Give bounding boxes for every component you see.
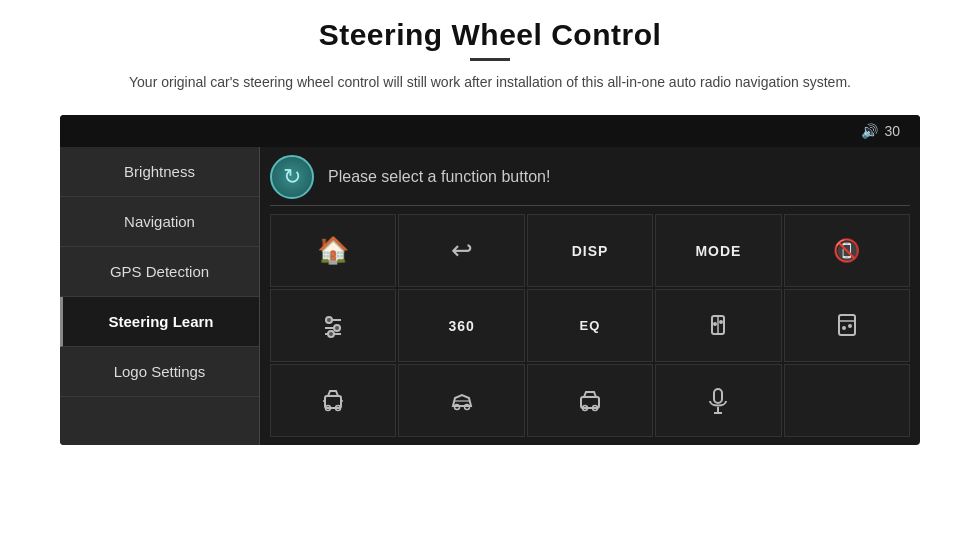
svg-rect-10 (839, 315, 855, 335)
main-content: ↻ Please select a function button! 🏠↩DIS… (260, 147, 920, 445)
button-grid: 🏠↩DISPMODE📵 360EQ (270, 214, 910, 437)
volume-value: 30 (884, 123, 900, 139)
volume-icon: 🔊 (861, 123, 878, 139)
svg-point-13 (848, 324, 852, 328)
drink2-btn[interactable] (784, 289, 910, 362)
device-screen: 🔊 30 BrightnessNavigationGPS DetectionSt… (60, 115, 920, 445)
sidebar: BrightnessNavigationGPS DetectionSteerin… (60, 147, 260, 445)
svg-point-3 (334, 325, 340, 331)
sidebar-item-brightness[interactable]: Brightness (60, 147, 259, 197)
svg-point-8 (713, 322, 717, 326)
phone-cancel-btn[interactable]: 📵 (784, 214, 910, 287)
sidebar-item-logo-settings[interactable]: Logo Settings (60, 347, 259, 397)
eq-btn[interactable]: EQ (527, 289, 653, 362)
function-header: ↻ Please select a function button! (270, 155, 910, 206)
svg-point-12 (842, 326, 846, 330)
refresh-button[interactable]: ↻ (270, 155, 314, 199)
page-subtitle: Your original car's steering wheel contr… (129, 71, 851, 93)
home-btn[interactable]: 🏠 (270, 214, 396, 287)
sidebar-item-gps-detection[interactable]: GPS Detection (60, 247, 259, 297)
sidebar-item-steering-learn[interactable]: Steering Learn (60, 297, 259, 347)
svg-point-1 (326, 317, 332, 323)
device-header: 🔊 30 (60, 115, 920, 147)
device-body: BrightnessNavigationGPS DetectionSteerin… (60, 147, 920, 445)
mic-btn[interactable] (655, 364, 781, 437)
drink1-btn[interactable] (655, 289, 781, 362)
back-btn[interactable]: ↩ (398, 214, 524, 287)
function-prompt: Please select a function button! (328, 168, 550, 186)
car-view3-btn[interactable] (527, 364, 653, 437)
sidebar-item-navigation[interactable]: Navigation (60, 197, 259, 247)
svg-point-5 (328, 331, 334, 337)
360-btn[interactable]: 360 (398, 289, 524, 362)
svg-rect-25 (714, 389, 722, 403)
mode-btn[interactable]: MODE (655, 214, 781, 287)
car-view2-btn[interactable] (398, 364, 524, 437)
car-view1-btn[interactable] (270, 364, 396, 437)
page-title: Steering Wheel Control (129, 18, 851, 52)
title-divider (470, 58, 510, 61)
disp-btn[interactable]: DISP (527, 214, 653, 287)
adjust-btn[interactable] (270, 289, 396, 362)
empty-btn[interactable] (784, 364, 910, 437)
svg-point-9 (719, 320, 723, 324)
